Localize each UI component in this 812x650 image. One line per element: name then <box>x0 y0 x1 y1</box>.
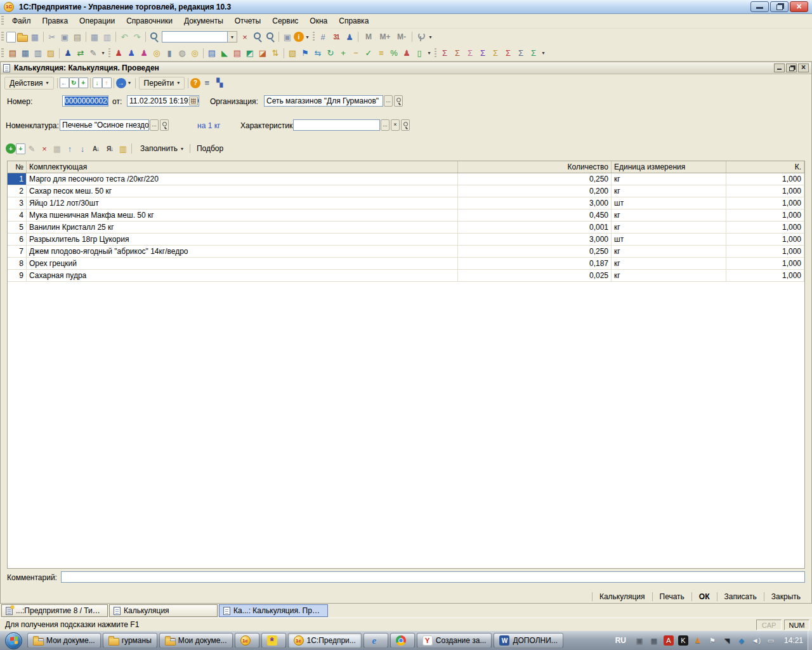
component-cell[interactable]: Джем плодово-ягодный "абрикос" 14кг/ведр… <box>27 246 458 258</box>
customer-doc-icon[interactable]: ♟ <box>400 47 413 60</box>
unit-cell[interactable]: кг <box>612 173 726 185</box>
menu-item[interactable]: Справка <box>333 15 374 27</box>
find-prev-icon[interactable] <box>264 30 277 43</box>
flag-report-icon[interactable]: ⚑ <box>299 47 311 60</box>
column-header-k[interactable]: К. <box>726 161 804 173</box>
satellite-tray-icon[interactable]: ◥ <box>722 635 732 646</box>
organization-open-icon[interactable] <box>394 95 403 107</box>
report-contacts-icon[interactable]: Σ <box>464 47 476 60</box>
unit-cell[interactable]: кг <box>612 270 726 282</box>
price-label-icon[interactable]: ▥ <box>117 142 129 155</box>
k-cell[interactable]: 1,000 <box>726 222 804 234</box>
money-flow-icon[interactable]: ⇅ <box>269 47 282 60</box>
doc-minimize-button[interactable] <box>774 63 785 72</box>
refresh-icon[interactable]: ↻ <box>69 77 79 88</box>
show-desktop-button[interactable] <box>808 631 812 650</box>
table-structure-icon[interactable]: ≡ <box>200 77 213 90</box>
k-cell[interactable]: 1,000 <box>726 209 804 222</box>
row-number-cell[interactable]: 1 <box>8 173 27 185</box>
quantity-cell[interactable]: 3,000 <box>458 197 612 209</box>
footer-button[interactable]: Калькуляция <box>593 591 652 602</box>
print-agent-tray-icon[interactable]: ▦ <box>649 635 659 646</box>
quantity-cell[interactable]: 0,187 <box>458 258 612 270</box>
open-folder-icon[interactable] <box>16 30 29 43</box>
menu-item[interactable]: Файл <box>6 15 37 27</box>
service-caret-icon[interactable]: ▾ <box>427 30 434 43</box>
cash-drawer-icon[interactable]: ▤ <box>6 47 19 60</box>
report-customers-icon[interactable]: Σ <box>438 47 451 60</box>
component-cell[interactable]: Сахарная пудра <box>27 270 458 282</box>
quantity-cell[interactable]: 0,250 <box>458 173 612 185</box>
minimize-button[interactable] <box>750 1 769 12</box>
menu-grip[interactable] <box>1 16 4 26</box>
row-number-cell[interactable]: 7 <box>8 246 27 258</box>
add-row-icon[interactable]: + <box>6 143 16 154</box>
row-number-cell[interactable]: 2 <box>8 185 27 197</box>
documents-caret-icon[interactable]: ▾ <box>426 47 433 60</box>
report-results-icon[interactable]: Σ <box>527 47 540 60</box>
find-next-icon[interactable] <box>251 30 264 43</box>
k-cell[interactable]: 1,000 <box>726 258 804 270</box>
taskbar-button[interactable] <box>363 633 388 648</box>
create-based-on-icon[interactable]: → <box>116 78 126 88</box>
taskbar-button[interactable] <box>261 633 286 648</box>
column-header-component[interactable]: Комплектующая <box>27 161 458 173</box>
window-copy-icon[interactable]: ▣ <box>281 30 294 43</box>
undo-icon[interactable]: ↶ <box>118 30 131 43</box>
taskbar-clock[interactable]: 14:21 <box>784 636 803 645</box>
mdi-window-tab[interactable]: Ка...: Калькуляция. Проведен <box>219 604 328 617</box>
scales-icon[interactable]: ▨ <box>44 47 57 60</box>
reports-caret-icon[interactable]: ▾ <box>540 47 547 60</box>
report-purchases-icon[interactable]: Σ <box>451 47 464 60</box>
taskbar-button[interactable] <box>390 633 415 648</box>
edit-row-icon[interactable]: ✎ <box>25 142 38 155</box>
taskbar-button[interactable]: Мои докуме... <box>159 633 233 648</box>
sort-asc-icon[interactable]: А↓ <box>89 142 103 155</box>
print-preview-icon[interactable]: ▥ <box>101 30 114 43</box>
app-stack-tray-icon[interactable]: ▣ <box>634 635 645 646</box>
start-button[interactable] <box>5 632 22 649</box>
quantity-cell[interactable]: 0,001 <box>458 222 612 234</box>
coins-stack-icon[interactable]: ≡ <box>375 47 388 60</box>
quantity-cell[interactable]: 0,025 <box>458 270 612 282</box>
k-cell[interactable]: 1,000 <box>726 173 804 185</box>
characteristic-open-icon[interactable] <box>401 119 410 131</box>
purchase-invoice-icon[interactable]: ▤ <box>206 47 218 60</box>
toolbar1-grip[interactable] <box>1 32 4 42</box>
menu-item[interactable]: Окна <box>304 15 333 27</box>
characteristic-input[interactable] <box>293 119 380 131</box>
volume-tray-icon[interactable]: ◄) <box>751 635 761 646</box>
k-cell[interactable]: 1,000 <box>726 234 804 246</box>
unit-cell[interactable]: кг <box>612 258 726 270</box>
k-cell[interactable]: 1,000 <box>726 185 804 197</box>
copy-document-icon[interactable]: + <box>79 77 88 88</box>
delete-row-icon[interactable]: × <box>38 142 51 155</box>
price-list-icon[interactable]: ◩ <box>244 47 256 60</box>
menu-item[interactable]: Отчеты <box>229 15 266 27</box>
sort-desc-icon[interactable]: Я↓ <box>103 142 117 155</box>
quantity-cell[interactable]: 0,250 <box>458 246 612 258</box>
service-wrench-icon[interactable] <box>414 30 427 43</box>
nomenclature-input[interactable]: Печенье "Осиное гнездо" <box>60 119 149 131</box>
search-input[interactable] <box>162 31 228 43</box>
row-number-cell[interactable]: 8 <box>8 258 27 270</box>
unit-cell[interactable]: кг <box>612 246 726 258</box>
organization-choose-button[interactable]: ... <box>384 95 393 107</box>
move-down-icon[interactable]: ↓ <box>76 142 89 155</box>
copy-icon[interactable]: ▣ <box>58 30 71 43</box>
devices-caret-icon[interactable]: ▾ <box>100 47 107 60</box>
customer-order-icon[interactable]: ♟ <box>112 47 125 60</box>
mail-agent-tray-icon[interactable]: ♟ <box>693 635 703 646</box>
data-cabinet-icon[interactable]: ▯ <box>413 47 426 60</box>
memory-add-button[interactable]: M+ <box>377 30 393 43</box>
remove-coins-icon[interactable]: − <box>350 47 362 60</box>
footer-button[interactable]: Записать <box>717 591 764 602</box>
characteristic-clear-icon[interactable]: × <box>391 119 400 131</box>
report-sales-icon[interactable]: Σ <box>502 47 514 60</box>
save-icon[interactable]: ▦ <box>29 30 41 43</box>
report-warehouse-icon[interactable]: Σ <box>476 47 489 60</box>
row-number-cell[interactable]: 4 <box>8 209 27 222</box>
incoming-payment-icon[interactable]: ◎ <box>150 47 163 60</box>
mdi-window-tab[interactable]: Калькуляция <box>109 604 218 617</box>
report-cash-icon[interactable]: Σ <box>489 47 502 60</box>
